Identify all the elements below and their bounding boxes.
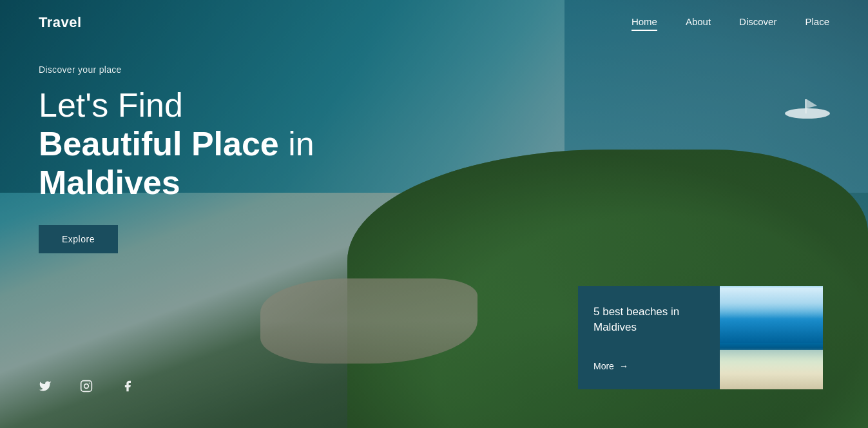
- facebook-icon[interactable]: [121, 380, 134, 396]
- twitter-icon[interactable]: [39, 380, 52, 396]
- svg-rect-3: [81, 381, 92, 392]
- info-card: 5 best beaches in Maldives More →: [578, 286, 823, 389]
- card-more-label: More: [593, 361, 614, 371]
- boat-icon: [782, 94, 833, 120]
- card-more-link[interactable]: More →: [593, 361, 704, 371]
- hero-title-bold: Beautiful Place: [39, 125, 279, 162]
- nav-home[interactable]: Home: [632, 16, 657, 30]
- social-links: [39, 380, 134, 396]
- hero-content: Discover your place Let's Find Beautiful…: [39, 64, 314, 253]
- hero-tagline: Discover your place: [39, 64, 314, 75]
- beach-image: [720, 286, 823, 389]
- svg-point-4: [84, 384, 89, 389]
- svg-rect-1: [805, 99, 807, 113]
- logo: Travel: [39, 14, 82, 31]
- header: Travel Home About Discover Place: [0, 0, 868, 45]
- svg-marker-2: [807, 99, 817, 108]
- instagram-icon[interactable]: [80, 380, 93, 396]
- hero-title-maldives: Maldives: [39, 164, 180, 201]
- hero-title: Let's Find Beautiful Place in Maldives: [39, 86, 314, 202]
- nav-about[interactable]: About: [686, 16, 711, 30]
- explore-button[interactable]: Explore: [39, 225, 118, 253]
- card-image: [720, 286, 823, 389]
- hero-title-line1: Let's Find: [39, 86, 183, 124]
- nav: Home About Discover Place: [632, 16, 829, 30]
- card-title: 5 best beaches in Maldives: [593, 304, 704, 335]
- sky-clouds: [720, 287, 823, 318]
- svg-point-5: [89, 383, 90, 384]
- card-more-arrow: →: [619, 361, 628, 371]
- nav-discover[interactable]: Discover: [739, 16, 776, 30]
- card-text-area: 5 best beaches in Maldives More →: [578, 286, 720, 389]
- svg-point-0: [785, 108, 830, 119]
- hero-title-light: in: [279, 125, 314, 162]
- nav-place[interactable]: Place: [805, 16, 829, 30]
